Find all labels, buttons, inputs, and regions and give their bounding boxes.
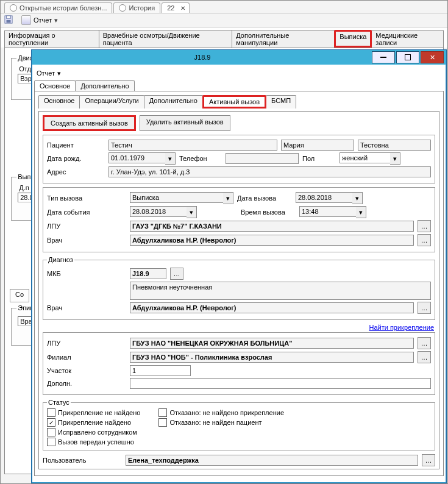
dropdown-icon[interactable]: ▾ bbox=[54, 16, 58, 24]
main-tab-admission[interactable]: Информация о поступлении bbox=[4, 30, 99, 48]
sex-field[interactable]: женский bbox=[340, 152, 390, 163]
inner-tab-bar: Основное Дополнительно bbox=[34, 80, 444, 91]
attach-uch-field[interactable]: 1 bbox=[130, 365, 191, 376]
dropdown-icon[interactable]: ▾ bbox=[57, 69, 61, 77]
ellipsis-button[interactable]: … bbox=[170, 268, 183, 280]
top-tab-22[interactable]: 22✕ bbox=[162, 2, 190, 13]
call-doctor-field[interactable]: Абдулхаликова Н.Р. (Невролог) bbox=[130, 235, 414, 246]
report-icon[interactable] bbox=[21, 15, 31, 25]
find-attachment-link[interactable]: Найти прикрепление bbox=[369, 324, 434, 331]
top-tab-open-histories[interactable]: Открытые истории болезн... bbox=[4, 2, 112, 13]
top-tab-label: История bbox=[129, 4, 155, 12]
attach-filial-field[interactable]: ГБУЗ НАО "НОБ" - Поликлиника взрослая bbox=[130, 352, 414, 363]
call-action-row: Создать активный вызов Удалить активный … bbox=[43, 115, 435, 131]
attach-lpu-label: ЛПУ bbox=[47, 340, 126, 347]
bg-button[interactable]: Со bbox=[10, 289, 29, 302]
dropdown-icon[interactable]: ▾ bbox=[187, 206, 197, 218]
patient-surname[interactable]: Тестич bbox=[108, 140, 277, 151]
status-label: Отказано: не найдено прикрепление bbox=[169, 409, 284, 416]
status-not-found-check[interactable]: Прикрепление не найдено bbox=[47, 408, 140, 417]
patient-label: Пациент bbox=[47, 141, 105, 149]
call-doctor-label: Врач bbox=[47, 237, 126, 244]
attach-lpu-field[interactable]: ГБУЗ НАО "НЕНЕЦКАЯ ОКРУЖНАЯ БОЛЬНИЦА" bbox=[130, 338, 414, 349]
main-tab-label: Медицинские записи bbox=[375, 32, 418, 46]
dropdown-icon[interactable]: ▾ bbox=[223, 192, 233, 204]
sub-tab-bsmp[interactable]: БСМП bbox=[266, 95, 296, 109]
main-tab-additional[interactable]: Дополнительные манипуляции bbox=[232, 30, 335, 48]
inner-tab-label: Основное bbox=[40, 82, 70, 90]
sub-tab-operations[interactable]: Операции/Услуги bbox=[79, 95, 144, 109]
sub-tab-main[interactable]: Основное bbox=[38, 95, 80, 109]
dob-label: Дата рожд. bbox=[47, 155, 105, 162]
sub-tab-active-call[interactable]: Активный вызов bbox=[202, 95, 266, 109]
status-refused-noattach-check[interactable]: Отказано: не найдено прикрепление bbox=[158, 408, 284, 417]
user-label: Пользователь bbox=[43, 457, 122, 464]
call-time-field[interactable]: 13:48 bbox=[299, 206, 356, 217]
sub-tab-label: БСМП bbox=[271, 97, 291, 104]
delete-call-button[interactable]: Удалить активный вызов bbox=[140, 115, 230, 131]
ellipsis-button[interactable]: … bbox=[418, 220, 431, 232]
checkbox-icon bbox=[158, 418, 167, 427]
inner-tab-main[interactable]: Основное bbox=[34, 80, 76, 91]
dropdown-icon[interactable]: ▾ bbox=[352, 192, 363, 204]
svg-rect-4 bbox=[405, 54, 411, 60]
mkb-field[interactable]: J18.9 bbox=[130, 268, 166, 279]
checkbox-icon bbox=[47, 438, 55, 446]
checkbox-icon bbox=[158, 408, 167, 417]
ellipsis-button[interactable]: … bbox=[418, 234, 431, 246]
call-time-label: Время вызова bbox=[241, 208, 296, 216]
modal-report-label[interactable]: Отчет bbox=[37, 69, 55, 77]
call-date-field[interactable]: 28.08.2018 bbox=[296, 192, 352, 203]
main-tab-discharge[interactable]: Выписка bbox=[334, 30, 372, 48]
inner-panel: Основное Операции/Услуги Дополнительно А… bbox=[34, 91, 444, 476]
patient-name[interactable]: Мария bbox=[281, 140, 354, 151]
status-label: Прикрепление не найдено bbox=[58, 409, 140, 416]
minimize-button[interactable] bbox=[372, 51, 395, 63]
ellipsis-button[interactable]: … bbox=[418, 337, 431, 349]
call-lpu-field[interactable]: ГАУЗ "ДГКБ №7" Г.КАЗАНИ bbox=[130, 221, 414, 232]
call-type-field[interactable]: Выписка bbox=[130, 192, 223, 203]
create-call-button[interactable]: Создать активный вызов bbox=[43, 115, 136, 131]
sub-tab-label: Операции/Услуги bbox=[85, 97, 138, 104]
ellipsis-button[interactable]: … bbox=[418, 351, 431, 363]
dropdown-icon[interactable]: ▾ bbox=[165, 152, 176, 165]
address-field[interactable]: г. Улан-Удэ, ул. 101-й, д.3 bbox=[108, 166, 431, 177]
call-date-label: Дата вызова bbox=[237, 194, 292, 202]
main-tab-bar: Информация о поступлении Врачебные осмот… bbox=[4, 30, 444, 48]
attach-dop-field[interactable] bbox=[130, 378, 431, 389]
status-sent-check[interactable]: Вызов передан успешно bbox=[47, 438, 140, 446]
address-label: Адрес bbox=[47, 168, 105, 176]
diag-description[interactable]: Пневмония неуточненная bbox=[130, 282, 431, 300]
user-field[interactable]: Елена_техподдержка bbox=[126, 455, 418, 466]
event-date-label: Дата события bbox=[47, 208, 126, 216]
patient-patronymic[interactable]: Тестовна bbox=[358, 140, 431, 151]
status-label: Исправлено сотрудником bbox=[58, 429, 137, 436]
close-icon[interactable]: ✕ bbox=[180, 5, 185, 12]
report-label[interactable]: Отчет bbox=[34, 16, 52, 24]
status-found-check[interactable]: ✓Прикрепление найдено bbox=[47, 418, 140, 427]
diag-doctor-field[interactable]: Абдулхаликова Н.Р. (Невролог) bbox=[130, 302, 414, 313]
diagnosis-fieldset: Диагноз МКБ J18.9 … Пневмония неуточненн… bbox=[43, 256, 435, 320]
status-refused-nopatient-check[interactable]: Отказано: не найден пациент bbox=[158, 418, 284, 427]
ellipsis-button[interactable]: … bbox=[422, 454, 435, 466]
top-tab-history[interactable]: История bbox=[113, 2, 160, 13]
inner-tab-extra[interactable]: Дополнительно bbox=[75, 80, 134, 91]
close-button[interactable]: ✕ bbox=[421, 51, 444, 63]
sub-tab-additional[interactable]: Дополнительно bbox=[144, 95, 203, 109]
status-corrected-check[interactable]: Исправлено сотрудником bbox=[47, 428, 140, 436]
phone-field[interactable] bbox=[226, 153, 299, 164]
dropdown-icon[interactable]: ▾ bbox=[356, 206, 366, 218]
modal-title-bar[interactable]: J18.9 ✕ bbox=[32, 50, 446, 65]
ellipsis-button[interactable]: … bbox=[418, 302, 431, 314]
maximize-button[interactable] bbox=[396, 51, 419, 63]
dropdown-icon[interactable]: ▾ bbox=[390, 152, 400, 165]
status-fieldset: Статус Прикрепление не найдено ✓Прикрепл… bbox=[43, 399, 435, 450]
dob-field[interactable]: 01.01.1979 bbox=[108, 152, 165, 163]
svg-rect-1 bbox=[7, 16, 11, 18]
main-tab-exams[interactable]: Врачебные осмотры/Движение пациента bbox=[99, 30, 233, 48]
event-date-field[interactable]: 28.08.2018 bbox=[130, 206, 187, 217]
main-tab-records[interactable]: Медицинские записи bbox=[371, 30, 444, 48]
top-tab-label: Открытые истории болезн... bbox=[20, 4, 107, 12]
save-icon[interactable] bbox=[4, 15, 13, 25]
diag-doctor-label: Врач bbox=[47, 304, 126, 311]
